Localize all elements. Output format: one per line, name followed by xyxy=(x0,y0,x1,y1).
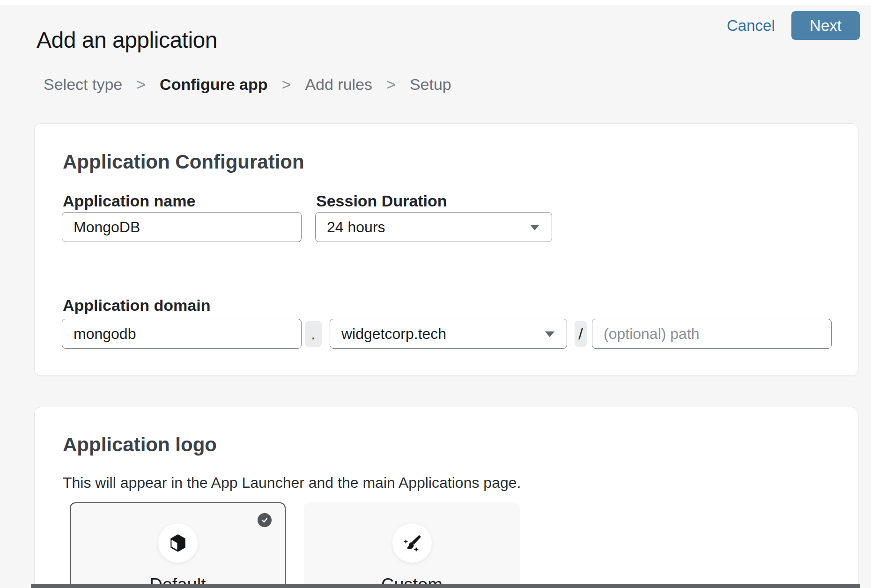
domain-slash-separator: / xyxy=(575,321,587,347)
logo-option-default[interactable]: Default xyxy=(70,502,286,588)
application-name-input[interactable] xyxy=(62,212,302,242)
page-title: Add an application xyxy=(37,27,217,54)
paintbrush-icon xyxy=(401,532,423,554)
breadcrumb-step-select-type[interactable]: Select type xyxy=(44,74,122,94)
chevron-down-icon xyxy=(545,331,554,337)
application-configuration-card: Application Configuration Application na… xyxy=(34,123,858,376)
session-duration-select[interactable]: 24 hours xyxy=(315,212,552,242)
default-logo-circle xyxy=(158,523,198,563)
add-application-page: Add an application Cancel Next Select ty… xyxy=(0,0,871,588)
path-input[interactable] xyxy=(592,319,832,349)
next-button[interactable]: Next xyxy=(791,11,860,40)
application-domain-label: Application domain xyxy=(63,296,210,315)
cancel-button[interactable]: Cancel xyxy=(727,16,775,35)
application-name-label: Application name xyxy=(63,191,195,210)
domain-dot-separator: . xyxy=(305,321,322,347)
cube-icon xyxy=(167,532,189,554)
chevron-down-icon xyxy=(530,225,539,230)
logo-option-custom[interactable]: Custom xyxy=(304,502,520,588)
check-icon xyxy=(260,515,269,525)
domain-select-value: widgetcorp.tech xyxy=(341,325,446,343)
top-white-strip xyxy=(0,0,871,5)
session-duration-value: 24 hours xyxy=(327,219,385,236)
breadcrumb-separator: > xyxy=(136,74,146,94)
subdomain-input[interactable] xyxy=(62,319,302,349)
application-logo-heading: Application logo xyxy=(63,433,217,456)
selected-check-badge xyxy=(258,513,272,527)
custom-logo-circle xyxy=(392,523,432,563)
application-configuration-heading: Application Configuration xyxy=(63,150,304,174)
breadcrumb: Select type > Configure app > Add rules … xyxy=(44,74,451,94)
viewport-bottom-edge xyxy=(31,584,860,588)
session-duration-label: Session Duration xyxy=(316,191,447,210)
breadcrumb-step-add-rules[interactable]: Add rules xyxy=(305,74,372,94)
breadcrumb-separator: > xyxy=(386,74,396,94)
breadcrumb-step-configure-app[interactable]: Configure app xyxy=(160,74,267,94)
application-logo-description: This will appear in the App Launcher and… xyxy=(63,473,521,492)
application-logo-card: Application logo This will appear in the… xyxy=(34,407,858,588)
breadcrumb-separator: > xyxy=(282,74,291,94)
domain-select[interactable]: widgetcorp.tech xyxy=(330,319,567,349)
next-button-label: Next xyxy=(810,17,841,35)
breadcrumb-step-setup[interactable]: Setup xyxy=(410,74,451,94)
